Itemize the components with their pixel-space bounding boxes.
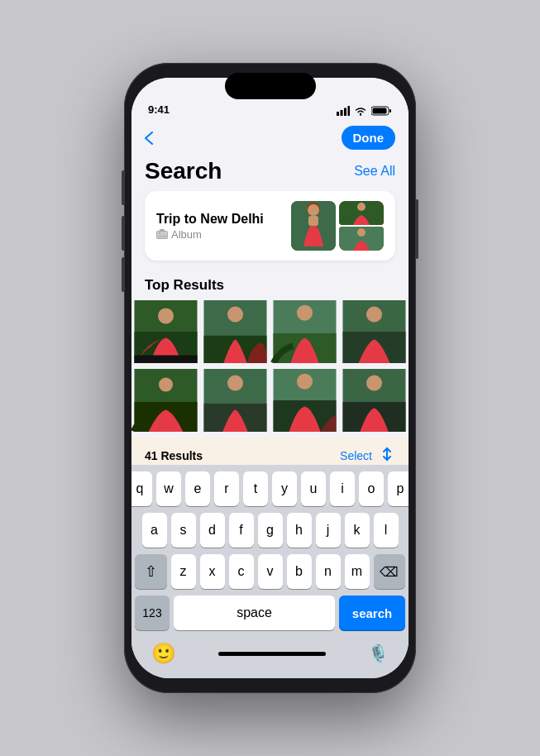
svg-rect-0 (337, 112, 339, 116)
key-numbers[interactable]: 123 (135, 596, 170, 630)
header-row: Search See All (131, 158, 409, 191)
key-m[interactable]: m (345, 554, 370, 589)
keyboard-bottom-bar: 🙂 🎙️ (135, 637, 405, 678)
key-t[interactable]: t (243, 471, 268, 506)
svg-rect-22 (135, 356, 198, 364)
key-b[interactable]: b (287, 554, 312, 589)
scroll-content[interactable]: Trip to New Delhi Album (131, 191, 409, 465)
key-i[interactable]: i (330, 471, 355, 506)
svg-point-18 (357, 228, 366, 237)
key-space[interactable]: space (174, 596, 335, 630)
photo-art-2a (339, 201, 384, 225)
svg-point-25 (227, 307, 243, 323)
dynamic-island (225, 73, 316, 99)
page-title: Search (145, 158, 222, 184)
keyboard: q w e r t y u i o p a s d f g h j k (131, 465, 409, 678)
svg-point-40 (297, 374, 313, 390)
grid-photo-art-2 (201, 300, 270, 363)
key-j[interactable]: j (316, 513, 341, 548)
key-s[interactable]: s (171, 513, 196, 548)
grid-photo-art-6 (201, 369, 270, 432)
key-c[interactable]: c (229, 554, 254, 589)
svg-point-9 (159, 232, 160, 234)
svg-rect-10 (160, 229, 165, 232)
key-e[interactable]: e (185, 471, 210, 506)
keyboard-row-1: q w e r t y u i o p (135, 471, 405, 506)
svg-rect-3 (348, 106, 351, 116)
key-a[interactable]: a (142, 513, 167, 548)
sort-icon[interactable] (379, 446, 395, 465)
album-photos (291, 201, 384, 251)
svg-point-14 (308, 204, 319, 216)
svg-point-37 (227, 376, 243, 391)
album-subtitle: Album (156, 228, 264, 241)
key-k[interactable]: k (345, 513, 370, 548)
grid-photo-1[interactable] (131, 300, 200, 369)
key-q[interactable]: q (131, 471, 152, 506)
keyboard-row-3: ⇧ z x c v b n m ⌫ (135, 554, 405, 589)
key-x[interactable]: x (200, 554, 225, 589)
phone-frame: 9:41 (124, 63, 416, 693)
album-card[interactable]: Trip to New Delhi Album (145, 191, 395, 261)
keyboard-row-2: a s d f g h j k l (135, 513, 405, 548)
back-button[interactable] (145, 132, 153, 145)
grid-photo-4[interactable] (340, 300, 409, 369)
grid-photo-art-8 (340, 369, 409, 432)
key-p[interactable]: p (388, 471, 409, 506)
select-button[interactable]: Select (340, 449, 372, 462)
home-indicator (218, 652, 326, 656)
key-z[interactable]: z (171, 554, 196, 589)
key-d[interactable]: d (200, 513, 225, 548)
album-icon (156, 229, 168, 239)
status-time: 9:41 (148, 103, 170, 116)
grid-photo-art-1 (131, 300, 200, 363)
key-n[interactable]: n (316, 554, 341, 589)
key-delete[interactable]: ⌫ (374, 554, 406, 589)
key-l[interactable]: l (374, 513, 399, 548)
key-w[interactable]: w (156, 471, 181, 506)
grid-photo-art-4 (340, 300, 409, 363)
key-v[interactable]: v (258, 554, 283, 589)
svg-rect-6 (373, 108, 387, 114)
album-photo-1 (291, 201, 336, 251)
status-icons (337, 106, 392, 116)
photo-grid-top (131, 300, 409, 369)
grid-photo-7[interactable] (270, 369, 339, 438)
key-g[interactable]: g (258, 513, 283, 548)
svg-rect-1 (341, 110, 343, 116)
svg-rect-13 (308, 216, 318, 226)
grid-photo-5[interactable] (131, 369, 200, 438)
key-search[interactable]: search (339, 596, 405, 630)
svg-rect-2 (344, 108, 346, 117)
key-f[interactable]: f (229, 513, 254, 548)
results-bar: 41 Results Select (131, 438, 409, 465)
grid-photo-6[interactable] (201, 369, 270, 438)
photo-grid-bottom (131, 369, 409, 438)
photo-art-2b (339, 227, 384, 251)
grid-photo-3[interactable] (270, 300, 339, 369)
photo-art-1 (291, 201, 336, 251)
svg-rect-5 (389, 109, 391, 112)
key-o[interactable]: o (359, 471, 384, 506)
svg-point-34 (159, 377, 173, 391)
key-y[interactable]: y (272, 471, 297, 506)
see-all-button[interactable]: See All (354, 164, 395, 179)
svg-point-21 (158, 309, 174, 324)
key-shift[interactable]: ⇧ (135, 554, 167, 589)
done-button[interactable]: Done (342, 126, 396, 150)
mic-button[interactable]: 🎙️ (368, 644, 389, 663)
emoji-button[interactable]: 🙂 (151, 642, 176, 665)
album-label: Album (171, 228, 202, 241)
album-info: Trip to New Delhi Album (156, 212, 264, 241)
grid-photo-8[interactable] (340, 369, 409, 438)
results-count: 41 Results (145, 449, 203, 462)
battery-icon (371, 106, 392, 116)
results-actions: Select (340, 446, 395, 465)
svg-point-16 (357, 203, 366, 211)
album-photo-2 (339, 201, 384, 251)
grid-photo-art-3 (270, 300, 339, 363)
key-r[interactable]: r (214, 471, 239, 506)
grid-photo-2[interactable] (201, 300, 270, 369)
key-u[interactable]: u (301, 471, 326, 506)
key-h[interactable]: h (287, 513, 312, 548)
